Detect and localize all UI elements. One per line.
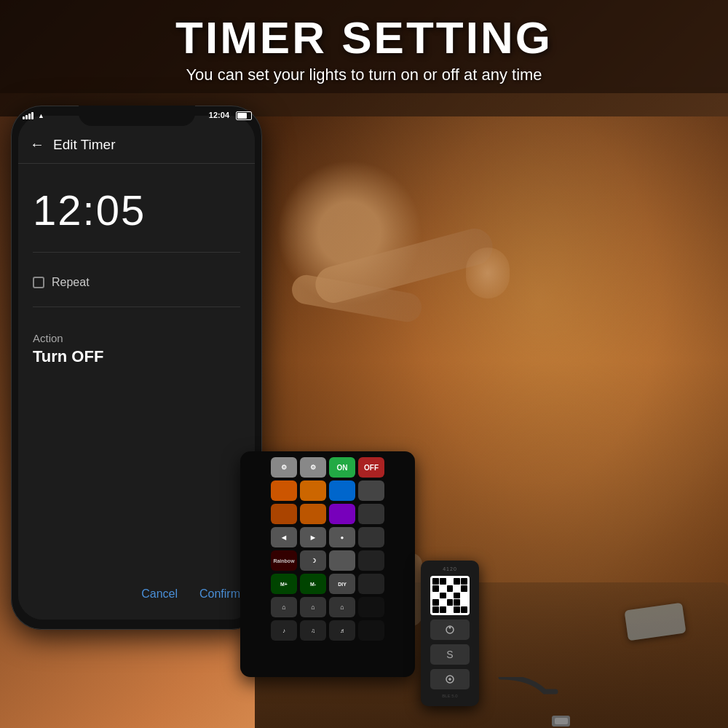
remote-music2[interactable]: ♫ [300, 620, 326, 641]
person-hand [466, 248, 510, 298]
usb-connector [552, 716, 570, 727]
button-row: Cancel Confirm [33, 566, 240, 608]
remote-color-4[interactable] [358, 480, 384, 501]
qr-code [430, 576, 470, 615]
remote-nav-left[interactable]: ◄ [271, 527, 297, 547]
remote-comet[interactable]: ☽ [300, 550, 326, 571]
phone-notch [79, 106, 195, 126]
back-button[interactable]: ← [30, 136, 44, 153]
time-display[interactable]: 12:05 [33, 186, 240, 234]
signal-bar-1 [23, 116, 25, 119]
signal-bars [23, 116, 33, 119]
remote-color-row-1 [246, 480, 409, 501]
remote-btn-off[interactable]: OFF [358, 457, 384, 478]
remote-body: ⚙ ⚙ ON OFF ◄ ► ● Rainbow ☽ [240, 451, 415, 677]
time-divider [33, 252, 240, 253]
remote-color-3[interactable] [329, 480, 355, 501]
controller-btn-3[interactable] [430, 669, 470, 689]
remote-btn-on[interactable]: ON [329, 457, 355, 478]
controller-btn-1[interactable] [430, 620, 470, 640]
phone-device: ▲ 12:04 ← Edit Timer 12:05 [11, 106, 262, 630]
status-time: 12:04 [209, 116, 229, 119]
edit-timer-title: Edit Timer [53, 137, 116, 153]
remote-btn-mode2[interactable]: ⚙ [300, 457, 326, 478]
remote-mode2[interactable]: M- [300, 574, 326, 594]
remote-speed1[interactable]: DIY [329, 574, 355, 594]
remote-color-7[interactable] [329, 504, 355, 524]
remote-nav-row: ◄ ► ● [246, 527, 409, 547]
wifi-icon: ▲ [38, 116, 44, 119]
repeat-divider [33, 306, 240, 307]
phone-screen: ▲ 12:04 ← Edit Timer 12:05 [18, 116, 255, 620]
top-section: TIMER SETTING You can set your lights to… [0, 0, 728, 93]
confirm-button[interactable]: Confirm [199, 587, 240, 601]
remote-color-6[interactable] [300, 504, 326, 524]
status-icons: ▲ [23, 116, 44, 119]
remote-nav-extra[interactable] [358, 527, 384, 547]
page-title: TIMER SETTING [15, 13, 713, 63]
remote-speed2[interactable] [358, 574, 384, 594]
remote-bottom-row: ♪ ♫ ♬ [246, 620, 409, 641]
controller-label: 4120 [425, 566, 475, 571]
repeat-checkbox[interactable] [33, 277, 44, 288]
remote-extra2[interactable] [358, 550, 384, 571]
repeat-label: Repeat [52, 276, 90, 289]
remote-color-row-2 [246, 504, 409, 524]
battery-indicator [236, 116, 252, 120]
screen-content: 12:05 Repeat Action Turn OFF Cancel Conf… [18, 167, 255, 620]
svg-point-1 [449, 627, 451, 629]
remote-color-1[interactable] [271, 480, 297, 501]
remote-nav-up[interactable]: ● [329, 527, 355, 547]
remote-music4[interactable] [358, 620, 384, 641]
action-label: Action [33, 332, 240, 344]
remote-scene1[interactable]: ⌂ [271, 597, 297, 617]
controller-btn-2[interactable]: S [430, 644, 470, 665]
remote-top-row: ⚙ ⚙ ON OFF [246, 457, 409, 478]
remote-mode1[interactable]: M+ [271, 574, 297, 594]
remote-color-8[interactable] [358, 504, 384, 524]
remote-control: ⚙ ⚙ ON OFF ◄ ► ● Rainbow ☽ [240, 451, 430, 699]
controller-device: 4120 [421, 561, 479, 706]
remote-color-5[interactable] [271, 504, 297, 524]
signal-bar-3 [28, 116, 31, 119]
cancel-button[interactable]: Cancel [141, 587, 178, 601]
remote-music1[interactable]: ♪ [271, 620, 297, 641]
remote-btn-mode1[interactable]: ⚙ [271, 457, 297, 478]
remote-scene2[interactable]: ⌂ [300, 597, 326, 617]
remote-color-row-4: M+ M- DIY [246, 574, 409, 594]
usb-cable-svg [472, 677, 559, 721]
battery-fill [237, 116, 247, 119]
repeat-row: Repeat [33, 276, 240, 289]
controller-bottom-label: BLE 5.0 [442, 694, 457, 698]
remote-extra1[interactable] [329, 550, 355, 571]
remote-scene4[interactable] [358, 597, 384, 617]
remote-color-2[interactable] [300, 480, 326, 501]
usb-port [555, 718, 568, 724]
remote-scene3[interactable]: ⌂ [329, 597, 355, 617]
remote-music3[interactable]: ♬ [329, 620, 355, 641]
action-section: Action Turn OFF [33, 332, 240, 366]
header-divider [18, 163, 255, 164]
phone-body: ▲ 12:04 ← Edit Timer 12:05 [11, 106, 262, 630]
remote-scene-row: ⌂ ⌂ ⌂ [246, 597, 409, 617]
remote-rainbow[interactable]: Rainbow [271, 550, 297, 571]
remote-nav-right[interactable]: ► [300, 527, 326, 547]
controller-body: 4120 [421, 561, 479, 706]
page-subtitle: You can set your lights to turn on or of… [15, 66, 713, 84]
remote-color-row-3: Rainbow ☽ [246, 550, 409, 571]
action-value: Turn OFF [33, 347, 240, 366]
signal-bar-4 [31, 116, 33, 119]
signal-bar-2 [25, 116, 28, 119]
